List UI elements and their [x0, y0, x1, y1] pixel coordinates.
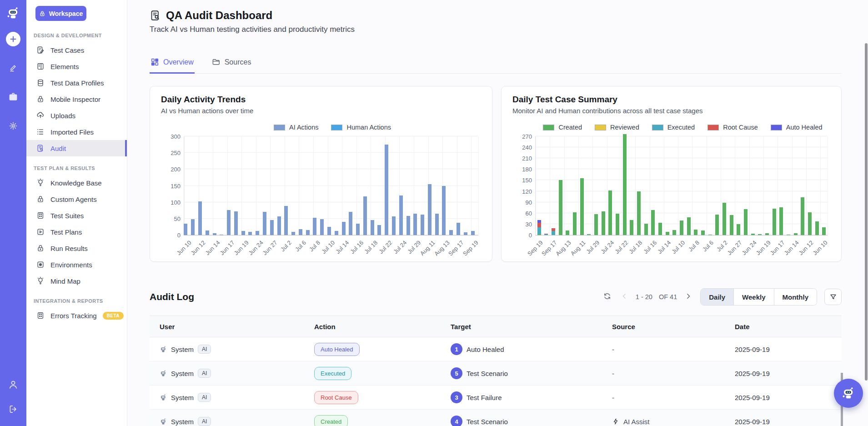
- sidebar-item-test-data-profiles[interactable]: Test Data Profiles: [26, 75, 127, 91]
- bar: [320, 219, 324, 235]
- source-cell: -: [602, 337, 725, 361]
- rail-robot-logo-button[interactable]: [5, 5, 21, 21]
- bar: [263, 212, 266, 235]
- sidebar-item-label: Test Cases: [50, 46, 84, 54]
- audit-log-controls: 1 - 20 OF 41 DailyWeeklyMonthly: [602, 288, 842, 306]
- column-header-action: Action: [304, 316, 441, 337]
- rail-user-button[interactable]: [5, 377, 21, 392]
- period-daily-button[interactable]: Daily: [701, 289, 733, 305]
- user-name: System: [171, 370, 194, 377]
- bar: [413, 214, 417, 235]
- bar: [377, 225, 381, 235]
- bar: [327, 227, 331, 235]
- tab-overview[interactable]: Overview: [150, 53, 195, 74]
- period-monthly-button[interactable]: Monthly: [774, 289, 817, 305]
- source-label: AI Assist: [623, 418, 650, 426]
- ai-tag: AI: [198, 393, 211, 402]
- lock-icon: [39, 10, 45, 17]
- y-axis-tick-label: 250: [161, 150, 181, 156]
- legend-item: Root Cause: [707, 124, 758, 131]
- sidebar-section-label: DESIGN & DEVELOPMENT: [34, 33, 127, 38]
- legend-label: Reviewed: [610, 124, 639, 131]
- legend-label: Executed: [667, 124, 695, 131]
- bar-segment: [694, 230, 697, 235]
- legend-swatch: [771, 125, 782, 130]
- assistant-chat-fab[interactable]: [834, 379, 863, 408]
- action-badge: Created: [314, 415, 348, 426]
- target-cell: 5 Test Scenario: [441, 361, 602, 386]
- sidebar-item-label: Mind Map: [50, 277, 80, 285]
- table-row[interactable]: System AI Executed 5 Test Scenario - 202…: [150, 361, 842, 386]
- action-cell: Root Cause: [304, 386, 441, 410]
- sidebar-section: INTEGRATION & REPORTS Errors Tracking BE…: [26, 298, 127, 324]
- bar: [471, 231, 475, 235]
- legend-swatch: [652, 125, 663, 130]
- sidebar-item-run-results[interactable]: Run Results: [26, 240, 127, 256]
- sidebar-item-imported-files[interactable]: Imported Files: [26, 124, 127, 140]
- bar-segment: [672, 230, 676, 235]
- sidebar-item-label: Uploads: [50, 112, 75, 120]
- bar: [256, 231, 259, 235]
- refresh-button[interactable]: [602, 291, 612, 303]
- bar: [306, 230, 310, 235]
- filter-button[interactable]: [824, 289, 842, 305]
- sidebar-item-mobile-inspector[interactable]: Mobile Inspector: [26, 91, 127, 107]
- bar: [291, 232, 295, 235]
- next-page-button[interactable]: [683, 291, 693, 302]
- bar-segment: [794, 233, 798, 235]
- sidebar-item-errors-tracking[interactable]: Errors Tracking BETA: [26, 307, 127, 324]
- sidebar-item-elements[interactable]: Elements: [26, 58, 127, 75]
- previous-page-button[interactable]: [620, 291, 629, 302]
- table-row[interactable]: System AI Created 4 Test Scenario AI Ass…: [150, 410, 842, 426]
- bar-segment: [537, 234, 541, 235]
- bar-segment: [537, 220, 541, 223]
- rail-logout-button[interactable]: [5, 401, 21, 417]
- bar: [406, 216, 410, 235]
- sidebar-item-test-suites[interactable]: Test Suites: [26, 207, 127, 224]
- tab-sources[interactable]: Sources: [211, 53, 252, 74]
- rail-plus-button[interactable]: [6, 32, 20, 46]
- sidebar-item-knowledge-base[interactable]: Knowledge Base: [26, 175, 127, 191]
- column-header-user: User: [150, 316, 304, 337]
- sidebar-item-uploads[interactable]: Uploads: [26, 107, 127, 124]
- rail-pencil-button[interactable]: [5, 60, 21, 75]
- target-count-badge: 5: [451, 367, 462, 379]
- user-cell: System AI: [150, 361, 304, 386]
- bar-segment: [580, 178, 584, 235]
- rail-briefcase-button[interactable]: [5, 89, 21, 105]
- bar-segment: [544, 234, 548, 235]
- period-weekly-button[interactable]: Weekly: [733, 289, 773, 305]
- table-row[interactable]: System AI Auto Healed 1 Auto Healed - 20…: [150, 337, 842, 361]
- sidebar-section: TEST PLAN & RESULTS Knowledge Base Custo…: [26, 165, 127, 289]
- sidebar-item-custom-agents[interactable]: Custom Agents: [26, 191, 127, 207]
- system-robot-icon: [160, 394, 167, 401]
- sidebar-section-label: INTEGRATION & REPORTS: [34, 298, 127, 304]
- main-content: QA Audit Dashboard Track AI vs Human tes…: [127, 0, 868, 426]
- sidebar-item-mind-map[interactable]: Mind Map: [26, 273, 127, 289]
- audit-log-title: Audit Log: [150, 291, 194, 302]
- workspace-button[interactable]: Workspace: [35, 6, 86, 21]
- bar-segment: [801, 197, 804, 235]
- column-header-target: Target: [441, 316, 602, 337]
- bar: [435, 214, 439, 235]
- rail-gear-button[interactable]: [5, 118, 21, 134]
- action-badge: Executed: [314, 367, 351, 380]
- legend-item: AI Actions: [274, 124, 318, 131]
- action-cell: Created: [304, 410, 441, 426]
- lock-icon: [36, 95, 45, 103]
- lock-icon: [36, 195, 45, 203]
- page-scrollbar-thumb[interactable]: [865, 43, 868, 381]
- table-row[interactable]: System AI Root Cause 3 Test Failure - 20…: [150, 386, 842, 410]
- bar: [349, 212, 352, 235]
- sidebar: Workspace DESIGN & DEVELOPMENT Test Case…: [26, 0, 127, 426]
- sidebar-item-test-plans[interactable]: Test Plans: [26, 224, 127, 240]
- grid-icon: [151, 58, 159, 66]
- bar-segment: [737, 224, 740, 235]
- sidebar-item-environments[interactable]: Environments: [26, 256, 127, 273]
- sidebar-item-test-cases[interactable]: Test Cases: [26, 42, 127, 58]
- bar-segment: [559, 180, 562, 235]
- bar-segment: [651, 210, 655, 235]
- audit-dashboard-icon: [150, 10, 161, 21]
- sidebar-item-audit[interactable]: Audit: [26, 140, 127, 156]
- sidebar-item-label: Test Plans: [50, 228, 82, 236]
